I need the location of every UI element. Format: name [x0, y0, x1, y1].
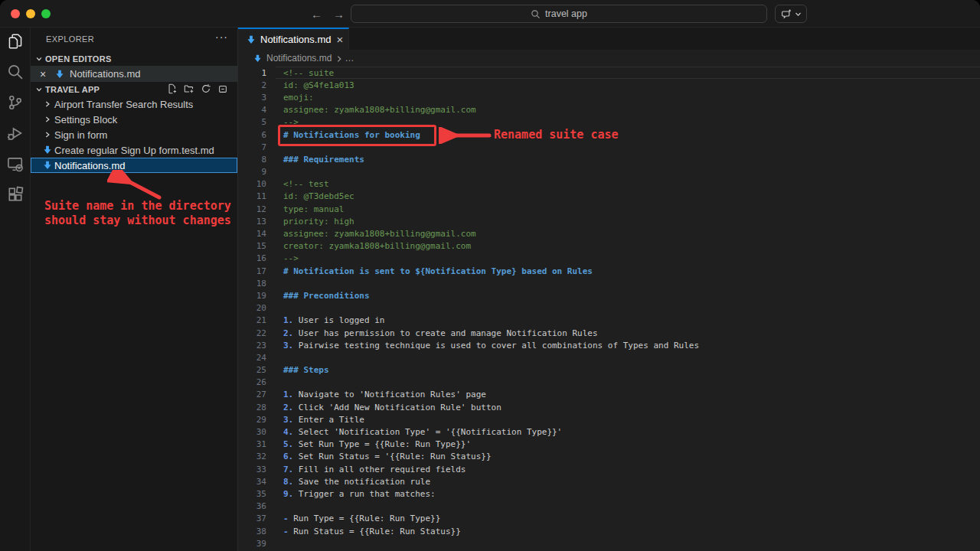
tree-item-create-regular-sign-up-form-test-md[interactable]: Create regular Sign Up form.test.md	[31, 142, 237, 158]
code-line-29[interactable]: 293. Enter a Title	[238, 413, 980, 425]
code-line-12[interactable]: 12type: manual	[238, 203, 980, 215]
code-line-26[interactable]: 26	[238, 377, 980, 389]
line-content: - Run Type = {{Rule: Run Type}}	[283, 514, 440, 523]
code-line-24[interactable]: 24	[238, 351, 980, 364]
code-line-18[interactable]: 18	[238, 277, 980, 289]
code-line-7[interactable]: 7	[238, 141, 980, 153]
breadcrumb[interactable]: Notifications.md …	[238, 50, 980, 67]
line-content: <!-- suite	[283, 68, 334, 78]
code-line-27[interactable]: 271. Navigate to 'Notification Rules' pa…	[238, 389, 980, 401]
line-number: 26	[238, 377, 266, 387]
code-line-9[interactable]: 9	[238, 166, 980, 178]
activity-explorer-button[interactable]	[6, 34, 24, 52]
code-line-20[interactable]: 20	[238, 302, 980, 315]
tree-item-settings-block[interactable]: Settings Block	[31, 112, 237, 127]
activity-search-button[interactable]	[6, 64, 24, 83]
activity-remote-button[interactable]	[6, 156, 24, 174]
open-editors-header[interactable]: OPEN EDITORS	[31, 52, 237, 66]
code-line-11[interactable]: 11id: @T3debd5ec	[238, 191, 980, 203]
line-number: 5	[238, 117, 266, 127]
line-number: 22	[238, 328, 266, 338]
line-content: id: @T3debd5ec	[283, 191, 354, 201]
explorer-title: EXPLORER	[46, 34, 94, 44]
collapse-all-icon[interactable]	[217, 83, 228, 94]
code-line-19[interactable]: 19### Preconditions	[238, 289, 980, 302]
tree-item-label: Settings Block	[54, 114, 117, 126]
new-folder-icon[interactable]	[184, 83, 194, 94]
tree-item-airport-transfer-search-results[interactable]: Airport Transfer Search Results	[31, 96, 237, 112]
tree-item-label: Sign in form	[54, 129, 107, 141]
code-line-4[interactable]: 4assignee: zyamka1808+billing@gmail.com	[238, 104, 980, 116]
nav-forward-icon[interactable]: →	[333, 8, 345, 21]
code-line-25[interactable]: 25### Steps	[238, 364, 980, 377]
line-content: assignee: zyamka1808+billing@gmail.com	[283, 229, 476, 239]
activity-run-debug-button[interactable]	[6, 126, 24, 144]
code-line-8[interactable]: 8### Requirements	[238, 153, 980, 165]
code-line-22[interactable]: 222. User has permission to create and m…	[238, 327, 980, 339]
code-line-33[interactable]: 337. Fill in all other required fields	[238, 463, 980, 475]
code-line-35[interactable]: 359. Trigger a run that matches:	[238, 487, 980, 500]
code-line-30[interactable]: 304. Select 'Notification Type' = '{{Not…	[238, 425, 980, 438]
close-window-button[interactable]	[11, 9, 20, 18]
code-line-32[interactable]: 326. Set Run Status = '{{Rule: Run Statu…	[238, 451, 980, 463]
code-line-2[interactable]: 2id: @S4fe1a013	[238, 79, 980, 91]
window-controls	[11, 9, 51, 18]
activity-extensions-button[interactable]	[6, 187, 24, 205]
project-section-header[interactable]: TRAVEL APP	[31, 83, 237, 96]
code-line-31[interactable]: 315. Set Run Type = {{Rule: Run Type}}'	[238, 439, 980, 451]
line-number: 4	[238, 105, 266, 115]
code-line-16[interactable]: 16-->	[238, 253, 980, 265]
tree-item-sign-in-form[interactable]: Sign in form	[31, 127, 237, 142]
code-line-10[interactable]: 10<!-- test	[238, 178, 980, 191]
code-line-5[interactable]: 5-->	[238, 116, 980, 129]
breadcrumb-more[interactable]: …	[345, 53, 354, 64]
code-line-28[interactable]: 282. Click 'Add New Notification Rule' b…	[238, 401, 980, 413]
copilot-chat-button[interactable]	[775, 5, 807, 23]
nav-back-icon[interactable]: ←	[311, 8, 322, 21]
activity-source-control-button[interactable]	[6, 95, 24, 113]
code-line-13[interactable]: 13priority: high	[238, 215, 980, 227]
line-number: 39	[238, 539, 266, 549]
code-line-34[interactable]: 348. Save the notification rule	[238, 475, 980, 487]
line-number: 2	[238, 80, 266, 90]
code-line-14[interactable]: 14assignee: zyamka1808+billing@gmail.com	[238, 227, 980, 240]
close-editor-icon[interactable]: ×	[40, 70, 49, 79]
code-line-17[interactable]: 17# Notification is sent to ${Notificati…	[238, 265, 980, 277]
line-number: 25	[238, 365, 266, 375]
minimize-window-button[interactable]	[26, 9, 35, 18]
line-content: -->	[283, 253, 299, 263]
breadcrumb-file[interactable]: Notifications.md	[266, 53, 332, 64]
code-line-3[interactable]: 3emoji:	[238, 91, 980, 103]
code-line-37[interactable]: 37- Run Type = {{Rule: Run Type}}	[238, 513, 980, 525]
refresh-icon[interactable]	[201, 83, 211, 94]
line-number: 31	[238, 439, 266, 449]
code-line-39[interactable]: 39	[238, 537, 980, 549]
line-content: type: manual	[283, 204, 344, 214]
tab-label: Notifications.md	[260, 34, 331, 45]
line-content: creator: zyamka1808+billing@gmail.com	[283, 241, 471, 251]
chat-icon	[781, 8, 792, 20]
command-center-search[interactable]: travel app	[351, 5, 767, 23]
code-line-36[interactable]: 36	[238, 500, 980, 513]
search-icon	[7, 64, 24, 83]
line-content: 4. Select 'Notification Type' = '{{Notif…	[283, 427, 562, 437]
new-file-icon[interactable]	[167, 83, 178, 94]
more-actions-icon[interactable]: ···	[215, 31, 228, 43]
activity-bar	[0, 28, 31, 551]
code-line-15[interactable]: 15creator: zyamka1808+billing@gmail.com	[238, 240, 980, 253]
open-editor-item-notifications[interactable]: × Notifications.md	[31, 66, 237, 82]
close-tab-icon[interactable]: ×	[336, 33, 343, 46]
line-number: 35	[238, 489, 266, 499]
code-line-21[interactable]: 211. User is logged in	[238, 315, 980, 327]
line-number: 12	[238, 204, 266, 214]
code-line-38[interactable]: 38- Run Status = {{Rule: Run Status}}	[238, 525, 980, 537]
code-line-23[interactable]: 233. Pairwise testing technique is used …	[238, 339, 980, 351]
line-number: 21	[238, 315, 266, 325]
line-number: 13	[238, 217, 266, 227]
tab-notifications-md[interactable]: Notifications.md ×	[238, 28, 349, 50]
line-content: ### Steps	[283, 365, 329, 375]
code-line-1[interactable]: 1<!-- suite	[238, 67, 980, 79]
project-section-label: TRAVEL APP	[45, 85, 100, 94]
zoom-window-button[interactable]	[41, 9, 51, 18]
line-number: 11	[238, 191, 266, 201]
